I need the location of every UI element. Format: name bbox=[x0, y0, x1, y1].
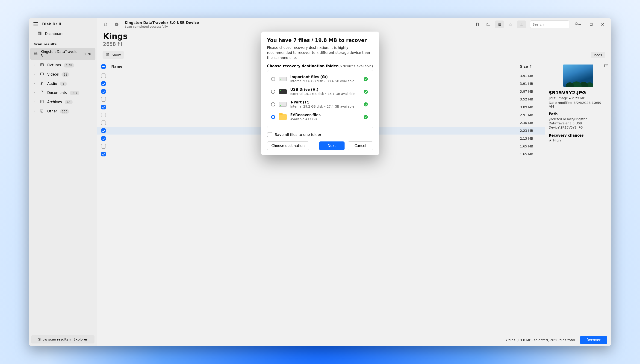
list-view-icon[interactable] bbox=[495, 20, 504, 28]
filter-last-pill[interactable]: nces bbox=[591, 52, 605, 58]
svg-point-14 bbox=[41, 84, 42, 85]
row-checkbox[interactable] bbox=[101, 136, 106, 141]
sidebar-item-label: Pictures bbox=[47, 63, 61, 67]
sidebar-item-count: 46 bbox=[65, 100, 73, 104]
destination-name: Important files (G:) bbox=[290, 75, 360, 79]
window-minimize-button[interactable] bbox=[575, 20, 584, 28]
menu-icon[interactable] bbox=[34, 22, 38, 26]
details-filename: $R15V5Y2.JPG bbox=[549, 90, 607, 96]
row-checkbox[interactable] bbox=[101, 81, 106, 86]
row-checkbox[interactable] bbox=[101, 152, 106, 156]
row-checkbox[interactable] bbox=[101, 105, 106, 110]
grid-view-icon[interactable] bbox=[506, 20, 515, 28]
sidebar-item-other[interactable]: 〉Other230 bbox=[30, 107, 96, 116]
panel-view-icon[interactable] bbox=[517, 20, 526, 28]
svg-rect-6 bbox=[38, 34, 39, 35]
folder-icon[interactable] bbox=[484, 20, 493, 28]
svg-rect-1 bbox=[39, 32, 40, 32]
row-checkbox[interactable] bbox=[101, 74, 106, 78]
destination-radio[interactable] bbox=[271, 90, 275, 94]
open-external-icon[interactable] bbox=[604, 64, 608, 69]
svg-rect-21 bbox=[509, 23, 510, 24]
save-to-one-folder-checkbox[interactable] bbox=[267, 132, 272, 137]
sidebar-item-count: 1.4K bbox=[64, 63, 74, 68]
row-size: 2.91 MB bbox=[520, 113, 541, 117]
status-summary: 7 files (19.8 MB) selected, 2658 files t… bbox=[505, 338, 575, 342]
destination-list[interactable]: Important files (G:)Internal 97.6 GB dis… bbox=[267, 70, 373, 128]
select-all-checkbox[interactable] bbox=[101, 64, 106, 69]
svg-point-20 bbox=[498, 25, 498, 26]
svg-rect-5 bbox=[41, 33, 41, 34]
sidebar-item-count: 967 bbox=[70, 91, 80, 95]
dialog-devices-available: (6 devices available) bbox=[338, 64, 373, 68]
check-icon bbox=[364, 102, 368, 106]
check-icon bbox=[364, 77, 368, 81]
svg-rect-4 bbox=[39, 33, 40, 34]
sidebar-item-archives[interactable]: 〉Archives46 bbox=[30, 98, 96, 106]
sidebar-item-label: Archives bbox=[47, 100, 62, 104]
row-checkbox[interactable] bbox=[101, 144, 106, 148]
destination-radio[interactable] bbox=[271, 102, 275, 106]
status-check-icon bbox=[112, 20, 121, 28]
sidebar-device-count: 2.7K bbox=[83, 52, 92, 56]
destination-radio[interactable] bbox=[271, 77, 275, 81]
destination-row[interactable]: Important files (G:)Internal 97.6 GB dis… bbox=[269, 72, 371, 85]
other-icon bbox=[40, 109, 45, 114]
sliders-icon bbox=[106, 52, 110, 57]
svg-point-10 bbox=[37, 54, 37, 54]
dialog-title: You have 7 files / 19.8 MB to recover bbox=[267, 38, 373, 43]
column-header-size[interactable]: Size ↑ bbox=[520, 64, 541, 69]
app-title: Disk Drill bbox=[42, 22, 61, 26]
sidebar-item-device[interactable]: Kingston DataTraveler 3... 2.7K bbox=[30, 48, 96, 60]
destination-name: E:\Recover-files bbox=[290, 113, 360, 117]
folder-icon bbox=[279, 114, 287, 120]
svg-point-19 bbox=[498, 24, 498, 25]
sidebar-item-documents[interactable]: 〉Documents967 bbox=[30, 88, 96, 97]
show-results-in-explorer-button[interactable]: Show scan results in Explorer bbox=[31, 335, 95, 344]
svg-point-29 bbox=[108, 54, 109, 55]
file-icon[interactable] bbox=[473, 20, 482, 28]
window-close-button[interactable] bbox=[598, 20, 607, 28]
sidebar-item-dashboard[interactable]: Dashboard bbox=[31, 29, 95, 39]
filter-show-pill[interactable]: Show bbox=[103, 51, 124, 59]
details-path-heading: Path bbox=[549, 112, 607, 116]
details-pane: $R15V5Y2.JPG JPEG Image – 2.23 MB Date m… bbox=[545, 61, 611, 334]
app-window: Disk Drill Dashboard Scan results Kingst… bbox=[29, 18, 611, 346]
row-checkbox[interactable] bbox=[101, 89, 106, 94]
choose-destination-button[interactable]: Choose destination bbox=[267, 142, 309, 150]
destination-row[interactable]: E:\Recover-filesAvailable 417 GB bbox=[269, 110, 371, 123]
dialog-body: Please choose recovery destination. It i… bbox=[267, 46, 373, 60]
svg-rect-25 bbox=[520, 23, 523, 26]
videos-icon bbox=[40, 72, 45, 77]
search-box[interactable] bbox=[530, 20, 569, 28]
preview-thumbnail bbox=[563, 64, 593, 86]
home-icon[interactable] bbox=[101, 20, 110, 28]
destination-radio[interactable] bbox=[271, 115, 275, 119]
cancel-button[interactable]: Cancel bbox=[348, 142, 373, 150]
search-input[interactable] bbox=[533, 22, 573, 26]
next-button[interactable]: Next bbox=[319, 142, 345, 150]
sidebar-item-count: 230 bbox=[60, 109, 70, 114]
svg-point-30 bbox=[107, 55, 107, 56]
details-type: JPEG Image – 2.23 MB bbox=[549, 96, 607, 100]
sidebar-item-audio[interactable]: 〉Audio1 bbox=[30, 79, 96, 88]
destination-sub: Internal 29.2 GB disk • 27.4 GB availabl… bbox=[290, 104, 360, 108]
row-checkbox[interactable] bbox=[101, 97, 106, 102]
sort-asc-icon: ↑ bbox=[529, 64, 532, 69]
destination-row[interactable]: USB Drive (H:)External 15.1 GB disk • 15… bbox=[269, 85, 371, 98]
sidebar-item-count: 21 bbox=[62, 72, 69, 77]
chevron-right-icon: 〉 bbox=[34, 100, 37, 104]
recover-button[interactable]: Recover bbox=[580, 336, 607, 344]
destination-row[interactable]: T-Part (T:)Internal 29.2 GB disk • 27.4 … bbox=[269, 98, 371, 110]
row-checkbox[interactable] bbox=[101, 120, 106, 125]
documents-icon bbox=[40, 90, 45, 96]
chevron-right-icon: 〉 bbox=[34, 109, 37, 113]
sidebar-item-pictures[interactable]: 〉Pictures1.4K bbox=[30, 61, 96, 70]
window-maximize-button[interactable] bbox=[586, 20, 596, 28]
sidebar-item-label: Other bbox=[47, 109, 57, 113]
row-checkbox[interactable] bbox=[101, 113, 106, 117]
header-device-title: Kingston DataTraveler 3.0 USB Device bbox=[125, 21, 199, 25]
sidebar: Disk Drill Dashboard Scan results Kingst… bbox=[29, 18, 97, 346]
row-checkbox[interactable] bbox=[101, 128, 106, 133]
sidebar-item-videos[interactable]: 〉Videos21 bbox=[30, 70, 96, 79]
